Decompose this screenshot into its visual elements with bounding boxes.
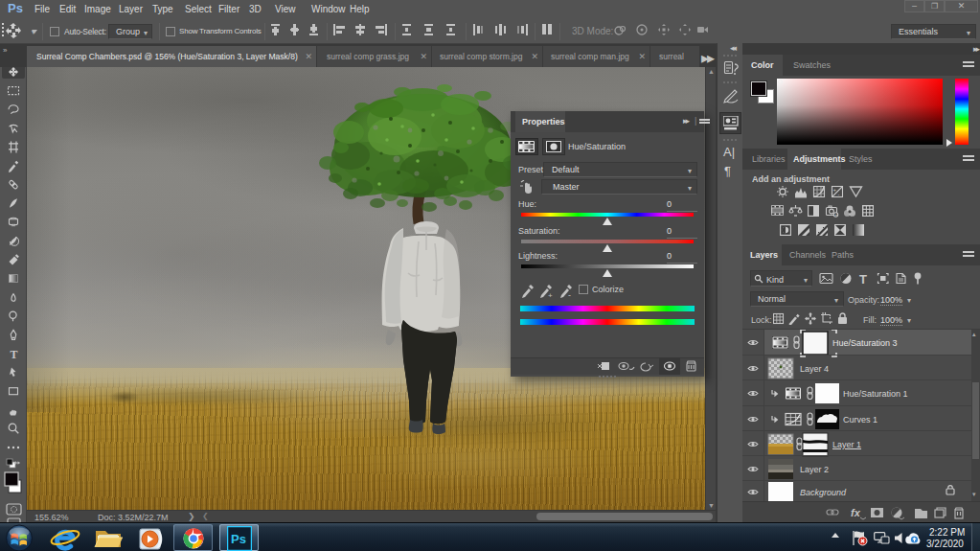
svg-text:T: T: [859, 272, 867, 286]
svg-text:fx: fx: [851, 507, 861, 518]
svg-text:Ps: Ps: [231, 532, 246, 546]
svg-text:+: +: [548, 291, 553, 299]
svg-text:T: T: [11, 348, 18, 361]
svg-text:-: -: [838, 192, 840, 197]
svg-text:3D Mode:: 3D Mode:: [572, 26, 613, 36]
svg-text:+: +: [834, 212, 837, 218]
svg-text:+: +: [833, 187, 837, 193]
svg-text:-: -: [568, 290, 571, 299]
